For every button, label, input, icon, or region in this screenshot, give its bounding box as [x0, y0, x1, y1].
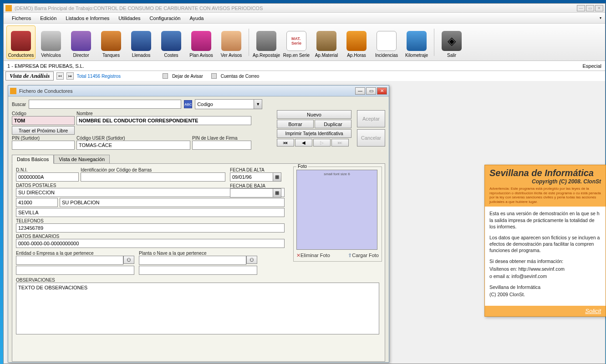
- eliminar-foto-button[interactable]: ✕Eliminar Foto: [296, 253, 330, 258]
- main-titlebar: (DEMO) Barra Principal de Trabajo:CONTRO…: [4, 4, 605, 13]
- cuentas-correo-checkbox[interactable]: [211, 73, 217, 79]
- nav-prev-button[interactable]: ◀: [295, 139, 312, 147]
- pin-firma-input[interactable]: [192, 141, 251, 150]
- pin-surtidor-input[interactable]: [12, 141, 75, 150]
- calendar-icon[interactable]: ▦: [273, 189, 281, 197]
- tool-plan-avisos[interactable]: Plan Avisos: [187, 25, 216, 59]
- incidencias-icon: [377, 31, 397, 51]
- nav-last-button[interactable]: ⏭: [331, 139, 349, 147]
- tool-costes[interactable]: Costes: [157, 25, 186, 59]
- maximize-button[interactable]: ▭: [586, 5, 594, 11]
- cp-input[interactable]: [16, 198, 58, 207]
- menu-utilidades[interactable]: Utilidades: [114, 14, 145, 22]
- imprimir-tarjeta-button[interactable]: Imprimir Tarjeta Identificativa: [277, 129, 351, 138]
- window-title: (DEMO) Barra Principal de Trabajo:CONTRO…: [15, 5, 263, 11]
- tool-ver-avisos[interactable]: Ver Avisos: [217, 25, 246, 59]
- entidad-lookup-icon[interactable]: ⚇: [123, 256, 134, 264]
- planta-input[interactable]: [139, 256, 246, 265]
- tool-salir[interactable]: ◈Salir: [437, 25, 466, 59]
- menu-ayuda[interactable]: Ayuda: [185, 14, 208, 22]
- dni-input[interactable]: [16, 172, 79, 182]
- especial-label[interactable]: Especial: [582, 63, 601, 69]
- cancelar-button[interactable]: Cancelar: [357, 129, 385, 147]
- buscar-input[interactable]: [29, 100, 181, 109]
- provincia-input[interactable]: [16, 208, 285, 217]
- menu-overflow-icon[interactable]: ▾: [600, 16, 601, 20]
- tool-llenados[interactable]: Llenados: [127, 25, 156, 59]
- codigo-input[interactable]: [12, 116, 75, 125]
- codigo-user-input[interactable]: [76, 141, 190, 150]
- observaciones-label: OBSERVACIONES: [16, 278, 225, 283]
- planta-lookup-icon[interactable]: ⚇: [246, 256, 257, 264]
- dejar-avisar-checkbox[interactable]: [163, 73, 168, 79]
- tool-director[interactable]: Director: [66, 25, 96, 59]
- telefonos-input[interactable]: [16, 223, 285, 233]
- dialog-maximize-button[interactable]: ▭: [366, 87, 376, 95]
- tool-ap-material[interactable]: Ap.Material: [312, 25, 341, 59]
- toolbar-separator: [434, 29, 434, 56]
- planta-desc-input[interactable]: [139, 266, 257, 275]
- tab-datos-basicos[interactable]: Datos Básicos: [12, 155, 54, 164]
- borrar-button[interactable]: Borrar: [277, 120, 314, 128]
- minimize-button[interactable]: —: [577, 5, 585, 11]
- menu-edicion[interactable]: Edición: [36, 14, 61, 22]
- nav-next-icon[interactable]: ↦: [66, 72, 74, 80]
- menu-ficheros[interactable]: Ficheros: [7, 14, 36, 22]
- tool-rep-serie[interactable]: MAT.SerieRep.en Serie: [282, 25, 311, 59]
- nav-first-button[interactable]: ⏮: [277, 139, 294, 147]
- dialog-titlebar[interactable]: Fichero de Conductores — ▭ ✕: [8, 86, 389, 96]
- tool-kilometraje[interactable]: Kilometraje: [402, 25, 431, 59]
- fecha-alta-input[interactable]: 09/01/96▦: [230, 172, 281, 182]
- dialog-minimize-button[interactable]: —: [355, 87, 365, 95]
- nuevo-button[interactable]: Nuevo: [277, 110, 351, 119]
- duplicar-button[interactable]: Duplicar: [315, 120, 351, 128]
- tool-label: Kilometraje: [405, 53, 428, 58]
- pin-firma-label: PIN de Llave de Firma: [192, 136, 251, 141]
- rep-serie-icon: MAT.Serie: [286, 31, 306, 51]
- tab-content: D.N.I. Identificación por Código de Barr…: [12, 163, 385, 362]
- llenados-icon: [131, 31, 151, 51]
- popup-solicit-link[interactable]: Solicit: [485, 306, 606, 316]
- tool-vehiculos[interactable]: Vehículos: [36, 25, 66, 59]
- popup-title: Sevillana de Informática: [489, 168, 601, 178]
- tool-incidencias[interactable]: Incidencias: [372, 25, 401, 59]
- datos-postales-label: DATOS POSTALES: [16, 183, 225, 188]
- tool-label: Vehículos: [41, 53, 61, 58]
- calendar-icon[interactable]: ▦: [273, 173, 281, 181]
- entidad-desc-input[interactable]: [16, 266, 134, 275]
- bancarios-input[interactable]: [16, 239, 285, 248]
- analysis-row: Vista de Análisis ↤ ↦ Total 11456 Regist…: [4, 71, 605, 81]
- dialog-close-button[interactable]: ✕: [377, 87, 387, 95]
- conductores-dialog: Fichero de Conductores — ▭ ✕ Buscar ABC …: [8, 85, 389, 363]
- aceptar-button[interactable]: Aceptar: [357, 110, 385, 127]
- ap-horas-icon: [346, 31, 367, 51]
- tool-label: Llenados: [132, 53, 151, 58]
- menu-listados[interactable]: Listados e Informes: [61, 14, 114, 22]
- director-icon: [71, 31, 91, 51]
- cargar-foto-button[interactable]: ⇪Cargar Foto: [348, 253, 379, 258]
- nombre-input[interactable]: [76, 116, 251, 125]
- search-by-combo[interactable]: Codigo ▼: [195, 99, 262, 109]
- traer-proximo-button[interactable]: Traer el Próximo Libre: [12, 126, 75, 135]
- close-button[interactable]: ✕: [595, 5, 603, 11]
- ident-barras-input[interactable]: [81, 172, 225, 182]
- entidad-input[interactable]: [16, 256, 123, 265]
- abc-icon[interactable]: ABC: [184, 100, 192, 108]
- observaciones-input[interactable]: TEXTO DE OBSERVACIONES: [16, 283, 379, 334]
- tool-conductores[interactable]: Conductores: [6, 25, 36, 59]
- fecha-baja-input[interactable]: ▦: [230, 188, 281, 197]
- fecha-baja-label: FECHA DE BAJA: [230, 183, 281, 188]
- main-toolbar: Conductores Vehículos Director Tanques L…: [4, 24, 605, 61]
- tool-ap-horas[interactable]: Ap.Horas: [342, 25, 371, 59]
- dni-label: D.N.I.: [16, 167, 79, 172]
- tab-vista-navegacion[interactable]: Vista de Navegación: [54, 155, 110, 164]
- tool-tanques[interactable]: Tanques: [97, 25, 126, 59]
- poblacion-input[interactable]: [60, 198, 285, 207]
- popup-body: Esta es una versión de demostración en l…: [485, 207, 606, 306]
- nav-prev-icon[interactable]: ↤: [56, 72, 64, 80]
- nav-next-button[interactable]: ▷: [313, 139, 331, 147]
- tool-ap-repostaje[interactable]: Ap.Repostaje: [252, 25, 281, 59]
- tanques-icon: [101, 31, 121, 51]
- menu-configuracion[interactable]: Configuración: [145, 14, 185, 22]
- dialog-title: Fichero de Conductores: [19, 88, 72, 94]
